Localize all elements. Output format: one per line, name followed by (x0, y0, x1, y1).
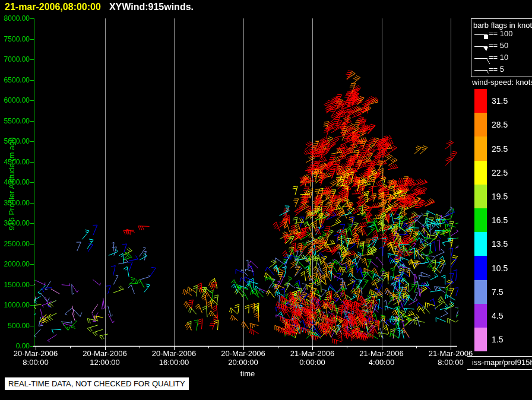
x-tick-date: 21-Mar-2006 (349, 349, 414, 358)
y-tick-label: 7000.00 (0, 55, 30, 64)
disclaimer-banner: REAL-TIME DATA, NOT CHECKED FOR QUALITY (5, 377, 189, 390)
y-tick-label: 5500.00 (0, 117, 30, 125)
title-timestamp: 21-mar-2006,08:00:00 (5, 2, 101, 12)
colorbar-value-label: 4.5 (492, 311, 503, 320)
colorbar-value-label: 31.5 (492, 96, 508, 106)
x-tick-date: 20-Mar-2006 (72, 349, 138, 358)
title-bar: 21-mar-2006,08:00:00XYWind:915winds. (5, 2, 194, 12)
wind-barb-plot-canvas (0, 0, 532, 400)
x-tick-date: 20-Mar-2006 (211, 349, 276, 358)
x-tick-time: 8:00:00 (3, 358, 68, 367)
colorbar-value-label: 22.5 (492, 168, 508, 177)
data-source-path: iss-mapr/prof915h (472, 358, 532, 367)
y-tick-label: 2000.00 (0, 260, 30, 268)
y-tick-label: 4000.00 (0, 178, 30, 186)
colorbar-swatch (474, 89, 487, 113)
colorbar-swatch (474, 113, 487, 136)
y-tick-label: 7500.00 (0, 35, 30, 43)
colorbar-swatch (474, 304, 487, 328)
x-tick-label: 20-Mar-20068:00:00 (3, 349, 68, 367)
y-tick-label: 6000.00 (0, 96, 30, 104)
y-tick-label: 3000.00 (0, 219, 30, 227)
x-tick-label: 21-Mar-20064:00:00 (349, 349, 414, 367)
x-tick-label: 20-Mar-200616:00:00 (141, 349, 207, 367)
colorbar-value-label: 7.5 (492, 287, 503, 297)
y-tick-label: 5000.00 (0, 137, 30, 145)
colorbar-value-label: 13.5 (492, 239, 508, 249)
x-tick-label: 20-Mar-200612:00:00 (72, 349, 138, 367)
x-axis-label: time (224, 369, 271, 378)
x-tick-time: 0:00:00 (280, 358, 345, 367)
colorbar-value-label: 16.5 (492, 215, 508, 225)
y-tick-label: 3500.00 (0, 199, 30, 207)
y-tick-label: 2500.00 (0, 240, 30, 248)
x-tick-date: 20-Mar-2006 (3, 349, 68, 358)
colorbar-swatch (474, 256, 487, 280)
colorbar-swatch (474, 232, 487, 256)
x-tick-time: 16:00:00 (141, 358, 207, 367)
x-tick-date: 20-Mar-2006 (141, 349, 207, 358)
barb-legend-label-barb-5: == 5 (489, 65, 504, 74)
y-tick-label: 1500.00 (0, 281, 30, 289)
y-tick-label: 6500.00 (0, 76, 30, 84)
y-tick-label: 4500.00 (0, 158, 30, 166)
x-tick-time: 12:00:00 (72, 358, 138, 367)
colorbar-value-label: 19.5 (492, 192, 508, 201)
y-tick-label: 500.00 (0, 322, 30, 330)
colorbar-value-label: 1.5 (492, 335, 503, 344)
barb-legend-title: barb flags in knots (473, 21, 532, 30)
barb-legend-label-flag-100: == 100 (489, 29, 513, 38)
colorbar-swatch (474, 136, 487, 160)
y-tick-label: 8000.00 (0, 14, 30, 23)
barb-legend-label-flag-50: == 50 (489, 41, 508, 50)
y-tick-label: 1000.00 (0, 301, 30, 309)
barb-legend-label-barb-10: == 10 (489, 53, 508, 62)
colorbar-value-label: 25.5 (492, 144, 508, 154)
colorbar-value-label: 10.5 (492, 264, 508, 273)
colorbar-swatch (474, 208, 487, 232)
footer-divider-bottom (467, 369, 532, 370)
plot-title: XYWind:915winds. (109, 2, 194, 12)
x-tick-time: 20:00:00 (211, 358, 276, 367)
colorbar-title: wind-speed: knots (472, 78, 532, 87)
footer-divider-top (467, 356, 532, 357)
wind-profiler-screen: 21-mar-2006,08:00:00XYWind:915winds. 915… (0, 0, 532, 400)
colorbar-swatch (474, 185, 487, 208)
colorbar-swatch (474, 161, 487, 185)
colorbar-value-label: 28.5 (492, 120, 508, 129)
x-tick-label: 20-Mar-200620:00:00 (211, 349, 276, 367)
colorbar-swatch (474, 328, 487, 351)
x-tick-label: 21-Mar-20060:00:00 (280, 349, 345, 367)
colorbar-swatch (474, 280, 487, 304)
x-tick-time: 4:00:00 (349, 358, 414, 367)
x-tick-date: 21-Mar-2006 (280, 349, 345, 358)
